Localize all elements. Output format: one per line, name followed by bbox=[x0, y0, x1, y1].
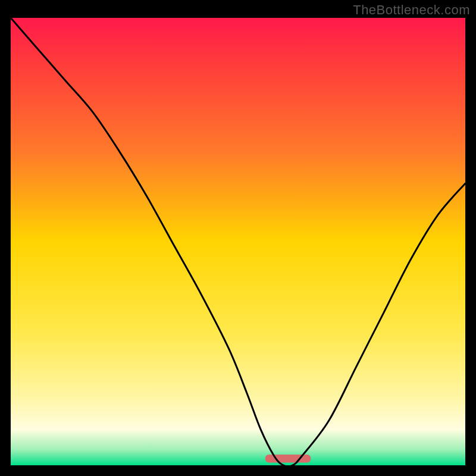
gradient-background bbox=[11, 18, 465, 465]
plot-area bbox=[11, 18, 465, 465]
minimum-band-marker bbox=[265, 455, 311, 463]
bottleneck-chart bbox=[11, 18, 465, 465]
watermark-text: TheBottleneck.com bbox=[353, 2, 470, 18]
chart-frame: TheBottleneck.com bbox=[0, 0, 476, 476]
